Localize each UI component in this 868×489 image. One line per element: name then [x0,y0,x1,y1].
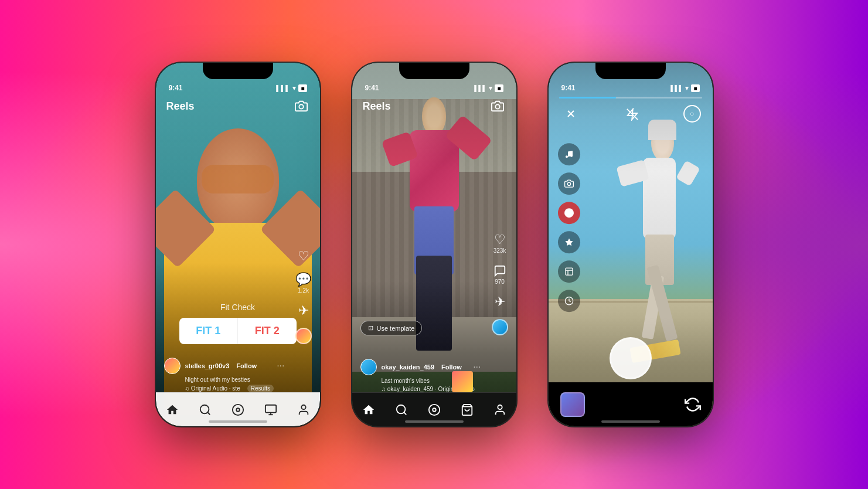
phone2-bottom-nav [352,392,516,426]
svg-point-13 [433,408,436,412]
phone2-comment[interactable]: 970 [493,264,506,285]
phone2-camera-btn[interactable] [489,98,506,114]
svg-point-15 [498,405,502,409]
phone1-nav-home[interactable] [162,399,183,420]
phone2-user-info: okay_kaiden_459 Follow ··· Last month's … [360,359,481,392]
svg-point-9 [495,104,499,108]
phone1-nav-shop[interactable] [260,399,281,420]
svg-point-0 [299,104,303,108]
svg-point-1 [200,405,209,413]
phone2-username: okay_kaiden_459 [382,364,435,371]
svg-point-22 [567,182,570,185]
phone1-follow-btn[interactable]: Follow [236,362,257,369]
svg-point-20 [566,155,568,158]
phone2-wifi: ▾ [489,84,492,92]
phone2-like[interactable]: ♡ 323k [493,233,506,254]
phone-1-inner: 9:41 ▌▌▌ ▾ ■ Reels Fit Che [156,63,320,426]
use-template-btn[interactable]: ⊡ Use template [360,321,423,335]
phone2-title: Reels [363,100,391,113]
phone1-nav-reels[interactable] [227,399,249,420]
svg-point-3 [232,404,243,415]
use-template-label: Use template [377,325,415,332]
phone2-nav-search[interactable] [391,399,412,420]
phone1-avatar [164,358,181,374]
phone2-nav-profile[interactable] [489,399,510,420]
phone3-status-icons: ▌▌▌ ▾ ■ [670,84,699,92]
phone2-status-icons: ▌▌▌ ▾ ■ [474,84,503,92]
phone2-album-art [492,319,508,335]
svg-rect-5 [265,405,275,412]
fit1-button[interactable]: FIT 1 [179,318,239,344]
record-progress-bar [549,94,713,99]
phone2-more[interactable]: ··· [473,362,481,372]
camera-options-btn[interactable]: ○ [683,105,701,123]
phone2-side-icons: ♡ 323k 970 ✈ [492,233,508,335]
fit2-button[interactable]: FIT 2 [238,318,297,344]
phone3-wifi: ▾ [685,84,689,92]
phone2-nav-home[interactable] [358,399,379,420]
camera-tool-btn[interactable] [558,172,580,195]
svg-line-2 [207,412,210,415]
phone-2-inner: 9:41 ▌▌▌ ▾ ■ Reels [352,63,516,426]
music-tool-btn[interactable] [558,143,580,165]
camera-toolbar [558,143,580,312]
svg-point-12 [428,404,439,415]
phone1-user-row: stelles_gr00v3 Follow ··· [164,358,285,374]
more-options[interactable]: ··· [277,361,284,371]
fit-buttons: FIT 1 FIT 2 [179,318,297,344]
comment-icon: 💬 [295,273,311,286]
phone1-status-icons: ▌▌▌ ▾ ■ [276,84,307,92]
empty-center [624,394,645,415]
heart-icon: ♡ [298,250,309,263]
signal-icon: ▌▌▌ [276,85,290,91]
phone-3-inner: 9:41 ▌▌▌ ▾ ■ [549,63,713,426]
timer-tool-btn[interactable] [558,290,580,312]
phone1-bottom-nav [156,392,320,426]
phone3-signal: ▌▌▌ [670,85,683,91]
phone2-avatar [360,359,377,375]
phone3-battery: ■ [691,84,699,92]
share-icon-group[interactable]: ✈ [298,304,309,317]
svg-rect-23 [566,268,573,275]
record-tool-btn[interactable] [558,202,580,224]
phone2-nav-shop[interactable] [457,399,478,420]
phone1-nav-profile[interactable] [293,399,314,420]
flash-off-btn[interactable] [626,107,639,121]
notch-2 [399,63,469,79]
album-art [295,328,312,344]
wifi-icon: ▾ [292,84,296,92]
phone2-heart-icon: ♡ [494,233,506,246]
phone1-header: Reels [156,94,320,118]
phone1-username: stelles_gr00v3 [185,362,230,369]
svg-point-4 [236,408,240,412]
phone1-caption: Night out with my besties [164,376,285,383]
phone2-battery: ■ [495,84,503,92]
shutter-btn[interactable] [610,337,652,379]
camera-close-btn[interactable] [560,103,581,124]
svg-line-11 [404,412,406,415]
phone2-nav-reels[interactable] [424,399,445,420]
battery-icon: ■ [298,84,307,92]
effects-tool-btn[interactable] [558,231,580,253]
gallery-tool-btn[interactable] [558,260,580,283]
flip-camera-btn[interactable] [685,396,701,413]
camera-bottom-bar [549,382,713,426]
notch-3 [595,63,666,79]
phone1-camera-btn[interactable] [293,98,309,114]
phone1-title: Reels [166,100,195,113]
like-icon-group[interactable]: ♡ [298,250,309,263]
audio-text: ♫ Original Audio · ste [185,385,240,392]
gallery-thumb[interactable] [560,392,585,417]
phone2-share[interactable]: ✈ [495,296,505,308]
phone2-follow-btn[interactable]: Follow [441,364,462,371]
phones-container: 9:41 ▌▌▌ ▾ ■ Reels Fit Che [156,63,713,426]
svg-point-21 [570,155,573,157]
phone2-comment-count: 970 [495,279,505,285]
shutter-area [549,337,713,379]
phone-3: 9:41 ▌▌▌ ▾ ■ [549,63,713,426]
phone2-signal: ▌▌▌ [474,85,486,91]
phone2-share-icon: ✈ [495,296,505,308]
phone1-nav-search[interactable] [195,399,216,420]
results-btn[interactable]: Results [247,385,274,392]
comment-icon-group[interactable]: 💬 1.2k [295,273,311,294]
